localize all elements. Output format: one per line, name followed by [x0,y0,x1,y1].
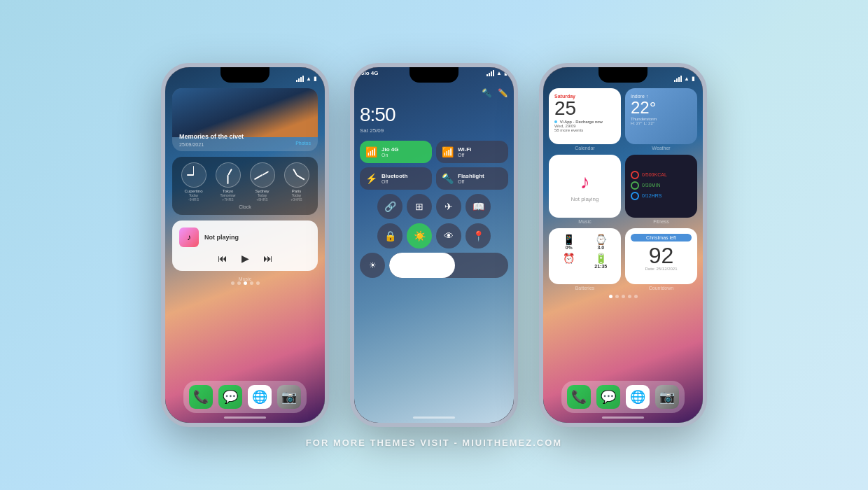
diff-tokyo: +7HRS [222,197,233,202]
clock-paris: Paris Today +0HRS [281,162,312,202]
chrome-icon-1[interactable]: 🌐 [248,385,272,409]
fitness-min-ring [631,181,639,190]
cc-location-btn[interactable]: 📍 [465,223,491,248]
countdown-widget: Christmas left 92 Date: 25/12/2021 [625,228,697,284]
bt-sub: Off [382,179,407,184]
jio-sub: On [382,153,398,158]
photo-widget-image [172,88,318,137]
music-widget-1: ♪ Not playing ⏮ ▶ ⏭ [172,220,318,271]
clock-widget-label: Clock [178,204,312,209]
phone-3: ▲ ▮ Saturday 25 Vi App - Recharge now [539,63,707,427]
home-indicator-1 [224,416,266,419]
phone-app-icon-1[interactable]: 📞 [189,385,213,409]
battery-alarm-icon: ⏰ [563,253,575,264]
cc-slider-icon: ☀ [360,253,385,278]
signal-bar-2-4 [493,70,494,76]
camera-icon-1[interactable]: 📷 [277,385,301,409]
battery-pct-1: 0% [566,245,573,250]
cc-tile-wifi[interactable]: 📶 Wi-Fi Off [436,141,508,163]
battery-item-1: 📱 0% [554,234,584,250]
music-label-3: Music [549,219,621,224]
phone-1-widget-area: Memories of the civet 25/09/2021 Photos … [172,88,318,289]
signal-icon-2 [486,70,494,76]
status-right-3: ▲ ▮ [674,76,694,82]
cc-tile-flashlight[interactable]: 🔦 Flashlight Off [436,167,508,190]
battery-icon-2: ▮ [504,70,507,76]
status-right-1: ▲ ▮ [296,76,316,82]
cc-airplane-btn[interactable]: ✈ [436,194,461,219]
wifi-sub: Off [458,153,471,158]
music-col: ♪ Not playing Music [549,155,621,224]
wifi-title: Wi-Fi [458,146,471,153]
cal-more-events: 58 more events [554,128,615,132]
dot-1 [231,281,234,285]
rewind-button[interactable]: ⏮ [218,253,227,264]
signal-icon-1 [296,76,304,82]
cc-brightness-btn[interactable]: ☀️ [407,223,432,248]
clock-tokyo: Tokyo Tomorrow +7HRS [212,162,244,202]
cc-edit-icon[interactable]: ✏️ [498,88,508,98]
dot-4 [250,281,253,285]
phone-1-screen: ▲ ▮ Memories of the civet 25/09/2021 Pho… [165,67,325,423]
cc-link-btn[interactable]: 🔗 [377,194,402,219]
clock-sydney: Sydney Today +8HRS [246,162,278,202]
calendar-label: Calendar [549,146,621,150]
status-right-2: ▲ ▮ [486,70,507,76]
messages-icon-3[interactable]: 💬 [596,385,620,409]
min-hand-sydney [254,174,262,180]
analog-clock-tokyo [216,162,241,188]
analog-clock-cupertino [181,162,206,188]
cc-tile-jio-text: Jio 4G On [382,146,398,158]
calendar-col: Saturday 25 Vi App - Recharge now Wed, 2… [549,88,621,150]
cc-lock-btn[interactable]: 🔒 [377,223,402,248]
cc-dark-mode-btn[interactable]: 👁 [436,223,461,248]
dot-3 [244,281,247,285]
dock-3: 📞 💬 🌐 📷 [561,381,685,413]
chrome-icon-3[interactable]: 🌐 [626,385,650,409]
cc-tile-flash-text: Flashlight Off [458,173,484,184]
camera-icon-3[interactable]: 📷 [655,385,679,409]
phone-3-screen: ▲ ▮ Saturday 25 Vi App - Recharge now [543,67,703,423]
play-button[interactable]: ▶ [241,253,249,264]
phone-1-notch [220,67,270,83]
cc-book-btn[interactable]: 📖 [465,194,491,219]
cc-expand-btn[interactable]: ⊞ [407,194,432,219]
forward-button[interactable]: ⏭ [263,253,273,264]
wifi-icon-1: ▲ [306,76,312,82]
cc-brightness-slider[interactable] [389,253,508,278]
phones-container: ▲ ▮ Memories of the civet 25/09/2021 Pho… [161,63,707,427]
signal-bar-2-1 [486,74,488,76]
p3-dot-5 [634,295,638,298]
signal-bar-3-4 [680,76,682,82]
cc-tile-bluetooth[interactable]: ⚡ Bluetooth Off [360,167,432,190]
phone-app-icon-3[interactable]: 📞 [567,385,591,409]
fitness-hrs-row: 0/12HRS [631,192,692,200]
battery-item-2: ⌚ 3.0 [587,234,616,250]
weather-temp: 22° [631,99,692,117]
analog-clock-sydney [250,162,275,188]
signal-bar-3-1 [674,80,676,82]
music-note-icon: ♪ [580,171,590,193]
fitness-widget: 0/500KCAL 0/30MIN 0/12HRS [625,155,697,218]
cc-flashlight-icon[interactable]: 🔦 [482,88,492,98]
music-controls: ⏮ ▶ ⏭ [179,253,311,264]
cal-event-dot [554,120,557,123]
countdown-number: 92 [649,244,674,267]
photo-widget-title: Memories of the civet [179,133,244,140]
fitness-kcal-ring [631,171,639,179]
messages-icon-1[interactable]: 💬 [218,385,242,409]
signal-bar-4 [302,76,304,82]
watermark: FOR MORE THEMES VISIT - MIUITHEMEZ.COM [306,438,562,448]
phone-1: ▲ ▮ Memories of the civet 25/09/2021 Pho… [161,63,329,427]
batteries-label: Batteries [549,286,621,290]
analog-clock-paris [284,162,309,188]
flash-sub: Off [458,179,484,184]
wifi-icon-2: ▲ [496,70,502,76]
fitness-kcal: 0/500KCAL [642,172,667,177]
dot-5 [256,281,260,285]
cc-tile-jio[interactable]: 📶 Jio 4G On [360,141,432,163]
clock-cupertino: Cupertino Today -9HRS [178,162,209,202]
p3-dot-3 [622,295,625,298]
diff-paris: +0HRS [290,197,302,202]
wifi-on-icon: 📶 [365,146,377,158]
